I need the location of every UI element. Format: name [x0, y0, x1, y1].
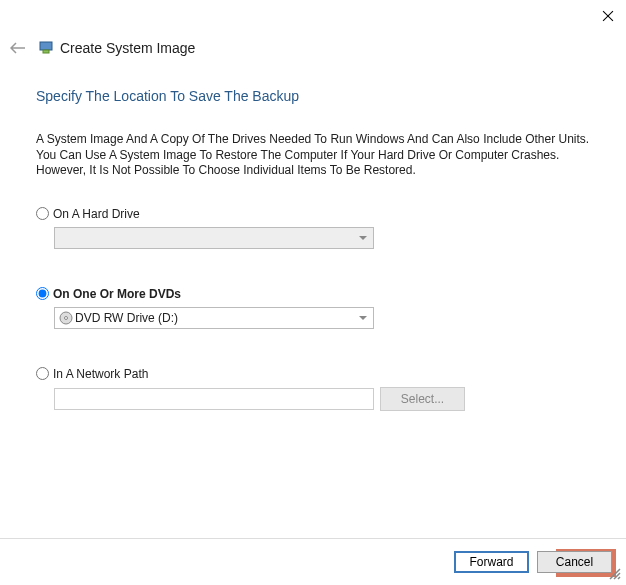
- radio-label-network[interactable]: In A Network Path: [53, 367, 148, 381]
- radio-dvds[interactable]: [36, 287, 49, 300]
- forward-button[interactable]: Forward: [454, 551, 529, 573]
- back-arrow-icon[interactable]: [10, 42, 26, 54]
- cancel-button[interactable]: Cancel: [537, 551, 612, 573]
- dvds-dropdown-value: DVD RW Drive (D:): [75, 311, 178, 325]
- window-title: Create System Image: [60, 40, 195, 56]
- disc-icon: [59, 311, 73, 325]
- svg-point-3: [65, 316, 68, 319]
- option-dvds: On One Or More DVDs DVD RW Drive (D:): [36, 287, 590, 329]
- option-network: In A Network Path Select...: [36, 367, 590, 411]
- option-hard-drive: On A Hard Drive: [36, 207, 590, 249]
- divider: [0, 538, 626, 539]
- radio-label-hard-drive[interactable]: On A Hard Drive: [53, 207, 140, 221]
- resize-grip-icon[interactable]: [606, 565, 624, 583]
- hard-drive-dropdown: [54, 227, 374, 249]
- radio-network[interactable]: [36, 367, 49, 380]
- description-text: A System Image And A Copy Of The Drives …: [36, 132, 590, 179]
- network-path-input: [54, 388, 374, 410]
- svg-rect-0: [40, 42, 52, 50]
- system-image-icon: [38, 40, 54, 56]
- footer-buttons: Forward Cancel: [454, 551, 612, 573]
- close-icon[interactable]: [600, 8, 616, 24]
- radio-hard-drive[interactable]: [36, 207, 49, 220]
- window-header: Create System Image: [38, 40, 195, 56]
- chevron-down-icon: [359, 236, 367, 240]
- svg-rect-1: [43, 50, 49, 53]
- content-area: Specify The Location To Save The Backup …: [36, 88, 590, 411]
- chevron-down-icon: [359, 316, 367, 320]
- dvds-dropdown[interactable]: DVD RW Drive (D:): [54, 307, 374, 329]
- radio-label-dvds[interactable]: On One Or More DVDs: [53, 287, 181, 301]
- section-title: Specify The Location To Save The Backup: [36, 88, 590, 104]
- select-button: Select...: [380, 387, 465, 411]
